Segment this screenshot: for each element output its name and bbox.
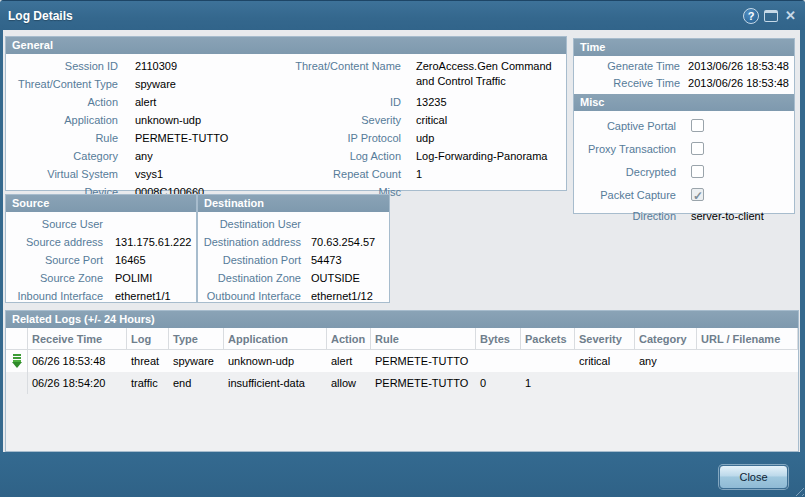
table-cell: [697, 350, 798, 372]
field-row: Destination ZoneOUTSIDE: [198, 269, 389, 287]
field-label: Category: [6, 147, 118, 165]
field-value: [416, 183, 561, 201]
field-value: 70.63.254.57: [311, 233, 375, 251]
field-label: ID: [236, 93, 401, 111]
log-details-dialog: Log Details ? ✕ General Session ID211030…: [0, 0, 805, 497]
table-cell: 06/26 18:54:20: [28, 372, 127, 394]
field-value: server-to-client: [691, 206, 764, 226]
column-header[interactable]: Log: [127, 328, 169, 349]
field-row: Source User: [6, 215, 196, 233]
packet-capture-checkbox[interactable]: [691, 188, 704, 201]
related-logs-section: Related Logs (+/- 24 Hours) Receive Time…: [5, 310, 799, 452]
field-value: Log-Forwarding-Panorama: [416, 147, 561, 165]
field-label: Inbound Interface: [6, 287, 103, 305]
table-cell: threat: [127, 350, 169, 372]
field-row: Captive Portal: [574, 114, 794, 137]
field-row: Log ActionLog-Forwarding-Panorama: [236, 147, 564, 165]
table-cell: 1: [521, 372, 575, 394]
field-row: Proxy Transaction: [574, 137, 794, 160]
field-row: Destination Port54473: [198, 251, 389, 269]
field-row: Severitycritical: [236, 111, 564, 129]
field-label: Application: [6, 111, 118, 129]
close-button[interactable]: Close: [719, 465, 788, 489]
field-value: 131.175.61.222: [115, 233, 191, 251]
dialog-title: Log Details: [0, 9, 73, 23]
field-label: IP Protocol: [236, 129, 401, 147]
titlebar-icons: ? ✕: [743, 1, 798, 31]
field-label: Source Port: [6, 251, 103, 269]
table-cell: alert: [327, 350, 371, 372]
column-header[interactable]: Action: [327, 328, 371, 349]
misc-section-header: Misc: [574, 94, 794, 111]
column-header[interactable]: Type: [169, 328, 224, 349]
column-header[interactable]: Bytes: [476, 328, 521, 349]
field-value: any: [135, 147, 153, 165]
table-cell: [476, 350, 521, 372]
resize-grip-icon[interactable]: [792, 484, 804, 496]
captive-portal-checkbox[interactable]: [691, 119, 704, 132]
field-value: 1: [416, 165, 561, 183]
table-cell-icon: [6, 372, 28, 394]
decrypted-checkbox[interactable]: [691, 165, 704, 178]
field-value: OUTSIDE: [311, 269, 360, 287]
column-header[interactable]: Application: [224, 328, 327, 349]
table-header-row: Receive Time Log Type Application Action…: [6, 328, 798, 350]
column-header[interactable]: Rule: [371, 328, 476, 349]
misc-fields: Captive Portal Proxy Transaction Decrypt…: [574, 111, 794, 226]
general-section: General Session ID2110309 Threat/Content…: [5, 36, 567, 191]
table-cell: [635, 372, 697, 394]
table-row[interactable]: 06/26 18:53:48 threat spyware unknown-ud…: [6, 350, 798, 372]
help-icon[interactable]: ?: [743, 8, 759, 24]
field-row: Source ZonePOLIMI: [6, 269, 196, 287]
field-label: Action: [6, 93, 118, 111]
titlebar: Log Details ? ✕: [0, 0, 805, 30]
field-label: Decrypted: [574, 163, 676, 181]
field-label: Destination Port: [198, 251, 301, 269]
field-row: Directionserver-to-client: [574, 206, 794, 226]
column-header[interactable]: Severity: [575, 328, 635, 349]
field-label: Proxy Transaction: [574, 140, 676, 158]
table-cell: spyware: [169, 350, 224, 372]
destination-section: Destination Destination User Destination…: [197, 194, 390, 303]
dialog-footer: Close: [0, 452, 805, 497]
field-label: Captive Portal: [574, 117, 676, 135]
column-header[interactable]: Packets: [521, 328, 575, 349]
field-label: Repeat Count: [236, 165, 401, 183]
packet-capture-download-icon[interactable]: [11, 354, 23, 369]
field-label: Rule: [6, 129, 118, 147]
field-row: Source Port16465: [6, 251, 196, 269]
field-label: Destination Zone: [198, 269, 301, 287]
field-label: Generate Time: [574, 58, 680, 75]
field-value: udp: [416, 129, 561, 147]
field-row: Repeat Count1: [236, 165, 564, 183]
field-label: Source address: [6, 233, 103, 251]
time-misc-section: Time Generate Time2013/06/26 18:53:48 Re…: [573, 38, 795, 214]
field-value: PERMETE-TUTTO: [135, 129, 228, 147]
proxy-transaction-checkbox[interactable]: [691, 142, 704, 155]
field-value: 2013/06/26 18:53:48: [680, 58, 794, 75]
field-value: critical: [416, 111, 561, 129]
field-row: Outbound Interfaceethernet1/12: [198, 287, 389, 305]
field-value: 2013/06/26 18:53:48: [680, 75, 794, 92]
field-label: Packet Capture: [574, 186, 676, 204]
column-header[interactable]: Receive Time: [28, 328, 127, 349]
general-section-header: General: [6, 37, 566, 54]
table-cell: PERMETE-TUTTO: [371, 350, 476, 372]
field-label: Log Action: [236, 147, 401, 165]
maximize-icon[interactable]: [764, 10, 778, 22]
field-row: Destination address70.63.254.57: [198, 233, 389, 251]
field-row: ID13235: [236, 93, 564, 111]
field-label: Threat/Content Type: [6, 75, 118, 93]
field-value: 13235: [416, 93, 561, 111]
column-header[interactable]: Category: [635, 328, 697, 349]
time-section-header: Time: [574, 39, 794, 56]
field-row: Destination User: [198, 215, 389, 233]
table-row[interactable]: 06/26 18:54:20 traffic end insufficient-…: [6, 372, 798, 394]
field-label: Source Zone: [6, 269, 103, 287]
close-icon[interactable]: ✕: [783, 8, 798, 24]
field-value: 2110309: [135, 57, 177, 75]
related-logs-header: Related Logs (+/- 24 Hours): [6, 311, 798, 328]
column-header[interactable]: URL / Filename: [697, 328, 798, 349]
field-value: vsys1: [135, 165, 163, 183]
table-cell: [697, 372, 798, 394]
